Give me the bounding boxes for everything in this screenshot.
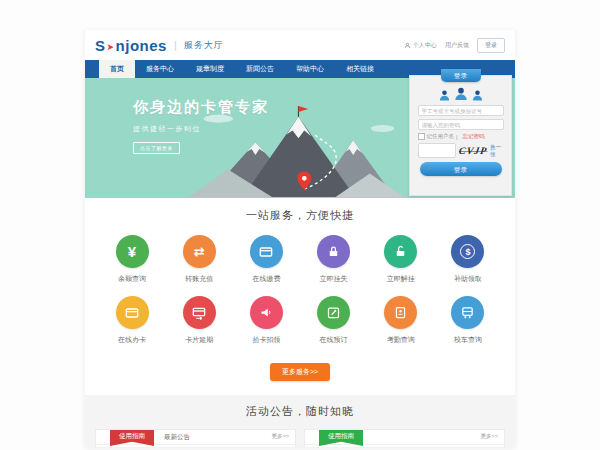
yen-icon: ¥: [128, 244, 136, 259]
guide-panel-right: 使用指南 更多>>: [304, 429, 505, 447]
card-renew-icon: [191, 305, 207, 321]
usage-guide-ribbon-tab[interactable]: 使用指南: [110, 430, 154, 446]
person-right-icon: [471, 89, 484, 102]
person-center-icon: [453, 86, 469, 102]
guide-panel-left: 使用指南 最新公告 更多>>: [95, 429, 296, 447]
service-label: 校车查询: [437, 335, 499, 345]
person-left-icon: [438, 89, 451, 102]
card-icon: [124, 305, 140, 321]
site-title: 服务大厅: [184, 39, 224, 52]
announcement-panels: 使用指南 最新公告 更多>> 使用指南 更多>>: [95, 429, 505, 447]
nav-item-rules[interactable]: 规章制度: [185, 60, 235, 78]
service-label: 拾卡招领: [235, 335, 297, 345]
service-circle: [451, 296, 484, 329]
captcha-image[interactable]: CVJP: [458, 145, 488, 156]
service-subsidy[interactable]: $ 补助领取: [437, 235, 499, 284]
services-row-2: 在线办卡 卡片延期 拾卡招领: [85, 296, 515, 345]
nav-item-home[interactable]: 首页: [99, 60, 135, 78]
personal-center-label: 个人中心: [413, 41, 437, 50]
service-balance[interactable]: ¥ 余额查询: [101, 235, 163, 284]
captcha-row: CVJP 换一张: [418, 143, 504, 158]
service-report-loss[interactable]: 立即挂失: [303, 235, 365, 284]
personal-center-link[interactable]: 个人中心: [404, 41, 437, 50]
usage-guide-ribbon-tab[interactable]: 使用指南: [319, 430, 363, 446]
badge-icon: [393, 305, 408, 320]
logo-letter: S: [95, 37, 106, 54]
service-online-payment[interactable]: 在线缴费: [235, 235, 297, 284]
service-label: 立即解挂: [370, 274, 432, 284]
service-found-card[interactable]: 拾卡招领: [235, 296, 297, 345]
remember-row: 记住用户名 | 忘记密码: [418, 133, 504, 140]
service-label: 卡片延期: [168, 335, 230, 345]
user-feedback-link[interactable]: 用户反馈: [445, 41, 469, 50]
service-online-booking[interactable]: 在线预订: [303, 296, 365, 345]
page: S➤njones | 服务大厅 个人中心 用户反馈 登录 首页 服务中心 规章制…: [0, 0, 600, 450]
person-icon: [404, 42, 411, 49]
service-label: 余额查询: [101, 274, 163, 284]
service-attendance[interactable]: 考勤查询: [370, 296, 432, 345]
remember-checkbox[interactable]: [418, 133, 425, 140]
login-panel: 登录 记住用户名 | 忘记密码 CVJP 换一张 登录: [409, 75, 512, 196]
service-label: 立即挂失: [303, 274, 365, 284]
bus-icon: [460, 305, 475, 320]
login-submit-button[interactable]: 登录: [420, 162, 502, 176]
captcha-input[interactable]: [418, 143, 456, 158]
header-links: 个人中心 用户反馈 登录: [404, 38, 505, 53]
service-circle: [183, 296, 216, 329]
edit-icon: [326, 305, 341, 320]
service-label: 考勤查询: [370, 335, 432, 345]
more-link[interactable]: 更多>>: [272, 430, 289, 443]
lock-icon: [326, 244, 341, 259]
more-link[interactable]: 更多>>: [481, 430, 498, 443]
forgot-password-link[interactable]: 忘记密码: [462, 133, 484, 140]
captcha-refresh-link[interactable]: 换一张: [490, 144, 504, 158]
nav-item-service-center[interactable]: 服务中心: [135, 60, 185, 78]
header-login-button[interactable]: 登录: [477, 38, 505, 53]
logo-text: njones: [116, 37, 167, 54]
user-feedback-label: 用户反馈: [445, 41, 469, 50]
service-label: 在线缴费: [235, 274, 297, 284]
service-apply-card[interactable]: 在线办卡: [101, 296, 163, 345]
nav-item-links[interactable]: 相关链接: [335, 60, 385, 78]
logo[interactable]: S➤njones: [95, 37, 167, 54]
service-circle: [384, 296, 417, 329]
service-circle: [384, 235, 417, 268]
logo-arrow-icon: ➤: [107, 42, 115, 52]
service-circle: ⇄: [183, 235, 216, 268]
panel-head: 使用指南 最新公告 更多>>: [96, 430, 295, 445]
service-label: 在线预订: [303, 335, 365, 345]
service-transfer[interactable]: ⇄ 转账充值: [168, 235, 230, 284]
password-input[interactable]: [418, 119, 504, 130]
hero-title: 你身边的卡管专家: [133, 98, 269, 117]
announcements-section: 活动公告，随时知晓 使用指南 最新公告 更多>> 使用指南 更多>>: [85, 395, 515, 447]
unlock-icon: [393, 244, 408, 259]
service-circle: $: [451, 235, 484, 268]
logo-divider: |: [174, 39, 177, 51]
nav-item-help[interactable]: 帮助中心: [285, 60, 335, 78]
hero-copy: 你身边的卡管专家 提供捷径一步到位 点击了解更多: [133, 98, 269, 154]
hero-subtitle: 提供捷径一步到位: [133, 124, 269, 134]
service-cancel-loss[interactable]: 立即解挂: [370, 235, 432, 284]
hero-cta-button[interactable]: 点击了解更多: [133, 142, 180, 154]
top-header: S➤njones | 服务大厅 个人中心 用户反馈 登录: [85, 30, 515, 60]
service-school-bus[interactable]: 校车查询: [437, 296, 499, 345]
services-section: 一站服务，方便快捷 ¥ 余额查询 ⇄ 转账充值 在线缴费: [85, 198, 515, 395]
service-label: 在线办卡: [101, 335, 163, 345]
remember-divider: |: [456, 134, 457, 140]
coin-icon: $: [460, 244, 475, 259]
service-label: 补助领取: [437, 274, 499, 284]
login-tab[interactable]: 登录: [441, 69, 481, 82]
service-label: 转账充值: [168, 274, 230, 284]
nav-item-news[interactable]: 新闻公告: [235, 60, 285, 78]
transfer-icon: ⇄: [194, 245, 205, 258]
megaphone-icon: [259, 305, 274, 320]
service-circle: [116, 296, 149, 329]
latest-news-tab[interactable]: 最新公告: [164, 430, 190, 443]
more-services-button[interactable]: 更多服务>>: [270, 363, 330, 381]
service-circle: [317, 235, 350, 268]
username-input[interactable]: [418, 105, 504, 116]
service-card-renewal[interactable]: 卡片延期: [168, 296, 230, 345]
service-circle: [250, 235, 283, 268]
remember-label: 记住用户名: [427, 133, 455, 140]
site-container: S➤njones | 服务大厅 个人中心 用户反馈 登录 首页 服务中心 规章制…: [85, 30, 515, 447]
